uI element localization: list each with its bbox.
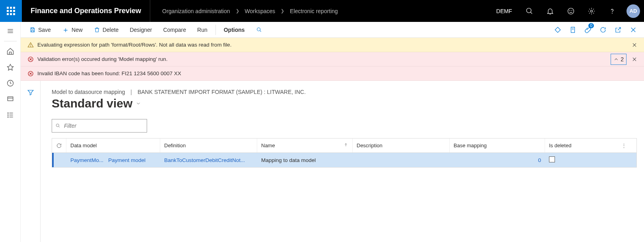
attachments-button[interactable]: 0 [581,22,595,37]
save-label: Save [38,27,51,33]
col-header-base-mapping[interactable]: Base mapping [450,139,545,152]
svg-point-16 [8,115,8,115]
topbar: Finance and Operations Preview Organizat… [0,0,644,22]
delete-label: Delete [103,27,118,33]
view-selector[interactable]: Standard view [52,97,637,110]
refresh-button[interactable] [596,22,610,37]
breadcrumb-item[interactable]: Organization administration [162,8,230,14]
breadcrumb-item[interactable]: Electronic reporting [290,8,338,14]
compare-label: Compare [163,27,186,33]
delete-button[interactable]: Delete [89,22,123,37]
svg-point-28 [31,46,31,46]
grid-column-menu[interactable]: ⋮ [621,142,632,148]
cell-data-model[interactable]: PaymentMo... Payment model [66,157,160,163]
run-label: Run [197,27,208,33]
svg-point-18 [8,117,8,117]
cell-name: Mapping to data model [257,157,353,163]
col-header-description[interactable]: Description [353,139,450,152]
svg-point-22 [257,27,260,31]
designer-button[interactable]: Designer [125,22,157,37]
star-icon [6,63,14,71]
filter-icon [27,89,34,96]
search-icon [526,7,533,15]
warning-text: Evaluating expression for path 'format/R… [37,42,630,48]
cell-definition[interactable]: BankToCustomerDebitCreditNot... [160,157,257,163]
list-icon [6,111,14,119]
error-icon [25,56,36,62]
error-close[interactable] [630,55,639,64]
trash-icon [94,27,100,33]
action-toolbar: Save ＋ New Delete Designer Compare Run O… [21,22,644,38]
page-heading-right: BANK STATEMENT IMPORT FORMAT (SAMPLE) : … [138,89,306,95]
cell-is-deleted[interactable] [545,156,636,164]
error-icon [25,70,36,77]
chevron-up-icon [613,57,619,62]
run-button[interactable]: Run [192,22,212,37]
settings-button[interactable] [581,0,602,22]
error-count: 2 [621,56,624,62]
filter-input[interactable] [64,123,144,129]
close-button[interactable] [627,22,640,37]
save-button[interactable]: Save [25,22,56,37]
checkbox-icon[interactable] [549,156,555,162]
hamburger-icon [6,27,14,35]
error-count-toggle[interactable]: 2 [611,54,627,65]
error-summary-message: Validation error(s) occured during 'Mode… [21,52,644,66]
cell-base-mapping[interactable]: 0 [450,157,545,163]
notifications-button[interactable] [540,0,561,22]
svg-point-14 [8,113,8,113]
help-button[interactable] [602,0,623,22]
col-header-is-deleted[interactable]: Is deleted ⋮ [545,139,636,152]
page-options-button[interactable] [566,22,580,37]
filter-pane-toggle[interactable] [27,89,34,242]
col-header-definition[interactable]: Definition [160,139,257,152]
error-detail-text: Invalid IBAN code has been found: FI21 1… [37,70,639,76]
svg-rect-20 [31,27,33,29]
search-icon [256,27,262,33]
page-icon [569,26,576,33]
new-label: New [72,27,83,33]
nav-favorites[interactable] [2,60,18,74]
diamond-icon [554,26,561,33]
svg-line-23 [260,30,261,31]
attachment-badge: 0 [588,23,594,28]
col-header-name[interactable]: Name [257,139,353,152]
filter-input-wrapper[interactable] [52,119,147,133]
chevron-right-icon: ❯ [236,8,239,14]
popout-button[interactable] [611,22,625,37]
chevron-down-icon [136,101,141,106]
company-code[interactable]: DEMF [489,8,519,14]
sort-asc-icon [343,142,348,148]
toolbar-search[interactable] [251,22,267,37]
nav-workspaces[interactable] [2,92,18,106]
col-header-data-model[interactable]: Data model [66,139,160,152]
warning-close[interactable] [630,40,639,50]
feedback-button[interactable] [561,0,581,22]
warning-icon [25,42,36,48]
gear-icon [588,7,596,15]
options-button[interactable]: Options [219,22,250,37]
app-launcher-button[interactable] [0,0,22,22]
svg-point-0 [527,8,531,13]
nav-hamburger[interactable] [2,24,18,38]
plus-icon: ＋ [62,26,69,33]
table-row[interactable]: PaymentMo... Payment model BankToCustome… [52,153,636,167]
svg-rect-12 [8,97,13,101]
nav-modules[interactable] [2,108,18,122]
nav-recent[interactable] [2,76,18,90]
page-heading: Model to datasource mapping | BANK STATE… [52,89,637,95]
home-icon [6,47,14,55]
new-button[interactable]: ＋ New [57,22,87,37]
search-button[interactable] [519,0,540,22]
popout-icon [615,26,622,33]
nav-home[interactable] [2,45,18,58]
related-button[interactable] [551,22,564,37]
svg-line-1 [531,12,532,14]
error-detail-message: Invalid IBAN code has been found: FI21 1… [21,66,644,81]
breadcrumb-item[interactable]: Workspaces [245,8,275,14]
svg-rect-24 [571,27,575,33]
compare-button[interactable]: Compare [158,22,191,37]
breadcrumb: Organization administration ❯ Workspaces… [150,8,338,14]
grid-refresh[interactable] [52,139,66,152]
avatar[interactable]: AD [627,4,640,18]
